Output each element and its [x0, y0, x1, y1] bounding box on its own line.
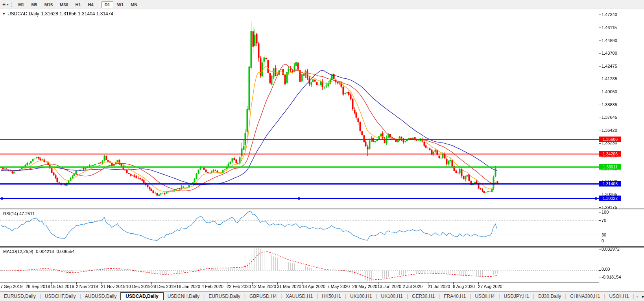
date-axis-label: 18 Apr 2020: [302, 284, 325, 289]
date-axis-label: 12 Mar 2020: [252, 284, 276, 289]
tab-gbpusd-h4[interactable]: GBPUSD,H4: [245, 292, 280, 300]
date-axis-label: 15 Oct 2019: [51, 284, 74, 289]
date-axis-label: 2 Nov 2019: [76, 284, 98, 289]
price-axis-label: 1.44890: [602, 38, 617, 43]
tab-ger30-h1[interactable]: GER30,H1: [408, 292, 439, 300]
chart-canvas[interactable]: [0, 0, 644, 301]
tab-usdcad-daily[interactable]: USDCAD,Daily: [120, 292, 163, 300]
timeframe-button-d1[interactable]: D1: [101, 1, 113, 8]
price-axis-label: 1.40060: [602, 89, 617, 94]
timeframe-button-m30[interactable]: M30: [57, 1, 71, 8]
date-axis-label: 28 Dec 2019: [151, 284, 175, 289]
timeframe-button-h1[interactable]: H1: [72, 1, 84, 8]
price-axis-label: 1.41285: [602, 76, 617, 81]
tab-usdcnh-daily[interactable]: USDCNH,Daily: [164, 292, 203, 300]
date-axis-label: 26 Sep 2019: [26, 284, 50, 289]
timeframe-button-mn[interactable]: MN: [127, 1, 140, 8]
price-level-badge: 1.35606: [599, 137, 621, 142]
tab-fra40-h1[interactable]: FRA40,H1: [440, 292, 470, 300]
rsi-axis-label: 100: [602, 210, 609, 215]
date-axis-label: 7 Sep 2019: [0, 284, 22, 289]
date-axis-label: 10 Dec 2019: [126, 284, 151, 289]
price-level-badge: 1.31405: [599, 181, 621, 187]
trading-platform-window: + ▼ M1M5M15M30H1H4D1W1MN ▼ USDCAD,Daily …: [0, 0, 644, 301]
date-axis-label: 21 Jul 2020: [428, 284, 450, 289]
tabs-scroll-left-icon[interactable]: ◂: [634, 294, 640, 299]
symbol-tab-bar: EURUSD,Daily|USDCHF,Daily|AUDUSD,DailyUS…: [0, 291, 644, 301]
macd-axis-label: 0.00: [602, 267, 610, 272]
date-axis-label: 8 Aug 2020: [453, 284, 475, 289]
tab-usdchf-daily[interactable]: USDCHF,Daily: [41, 292, 80, 300]
tab-xauusd-h1[interactable]: XAUUSD,H1: [282, 292, 317, 300]
price-axis-label: 1.46115: [602, 25, 617, 30]
timeframe-toolbar: + ▼ M1M5M15M30H1H4D1W1MN: [0, 0, 644, 9]
tab-uk100-h1[interactable]: UK100,H1: [377, 292, 407, 300]
tab-dj30-daily[interactable]: DJ30,Daily: [534, 292, 565, 300]
rsi-indicator-label: RSI(14) 47.2511: [3, 211, 35, 216]
tab-usoil-h4[interactable]: USOil,H4: [471, 292, 498, 300]
rsi-axis-label: 0: [602, 238, 604, 244]
tab-eurusd-daily[interactable]: EURUSD,Daily: [0, 292, 40, 300]
price-axis-label: 1.38835: [602, 102, 617, 107]
macd-indicator-label: MACD(12,26,9) -0.004218 -0.006554: [3, 249, 75, 254]
price-level-badge: 1.30022: [599, 196, 621, 201]
toolbar-grip[interactable]: [11, 2, 12, 7]
date-axis-label: 22 Feb 2020: [227, 284, 251, 289]
rsi-axis-label: 30: [602, 233, 606, 238]
price-level-badge: 1.33011: [599, 164, 621, 170]
timeframe-button-h4[interactable]: H4: [85, 1, 97, 8]
price-level-badge: 1.34206: [599, 151, 621, 157]
tab-china300-h1[interactable]: CHINA300,H1: [566, 292, 604, 300]
chart-ohlc-values: 1.31628 1.31656 1.31404 1.31474: [41, 11, 114, 17]
toolbar-separator: [99, 1, 100, 7]
tab-usoil-h1[interactable]: USOil,H1: [605, 292, 633, 300]
timeframe-button-m15[interactable]: M15: [41, 1, 56, 8]
timeframe-button-m5[interactable]: M5: [28, 1, 40, 8]
date-axis-label: 16 Jan 2020: [176, 284, 200, 289]
cursor-tool-icon[interactable]: +: [0, 0, 6, 8]
timeframe-button-m1[interactable]: M1: [15, 1, 27, 8]
tab-usdjpy-h1[interactable]: USDJPY,H1: [500, 292, 533, 300]
macd-axis-label: -0.018154: [602, 275, 621, 280]
tab-uk100-h1[interactable]: UK100,H1: [346, 292, 376, 300]
chart-dropdown-icon[interactable]: ▼: [2, 12, 6, 16]
date-axis-label: 2 Jul 2020: [402, 284, 423, 289]
date-axis-label: 13 Jun 2020: [378, 284, 402, 289]
date-axis-label: 7 May 2020: [327, 284, 350, 289]
chart-title-row: ▼ USDCAD,Daily 1.31628 1.31656 1.31404 1…: [2, 11, 113, 17]
price-axis-label: 1.43700: [602, 51, 617, 56]
timeframe-buttons: M1M5M15M30H1H4D1W1MN: [15, 1, 141, 8]
rsi-axis-label: 70: [602, 218, 606, 223]
tab-audusd-daily[interactable]: AUDUSD,Daily: [81, 292, 121, 300]
tab-hk50-h1[interactable]: HK50,H1: [318, 292, 345, 300]
cursor-tool-dropdown-icon[interactable]: ▼: [6, 3, 11, 6]
timeframe-button-w1[interactable]: W1: [114, 1, 127, 8]
date-axis-label: 31 Mar 2020: [277, 284, 301, 289]
price-axis-label: 1.47340: [602, 12, 617, 17]
date-axis-label: 4 Feb 2020: [201, 284, 223, 289]
date-axis-label: 26 May 2020: [352, 284, 378, 289]
price-axis-label: 1.36420: [602, 128, 617, 133]
date-axis-label: 27 Aug 2020: [478, 284, 502, 289]
tabs-scroll-right-icon[interactable]: ▸: [640, 294, 644, 299]
chart-symbol-title: USDCAD,Daily: [7, 11, 39, 17]
tab-eurusd-daily[interactable]: EURUSD,Daily: [205, 292, 244, 300]
price-axis-label: 1.37645: [602, 115, 617, 120]
macd-axis-label: 0.032972: [602, 247, 620, 252]
price-axis-label: 1.42475: [602, 64, 617, 69]
date-axis-label: 21 Nov 2019: [101, 284, 125, 289]
